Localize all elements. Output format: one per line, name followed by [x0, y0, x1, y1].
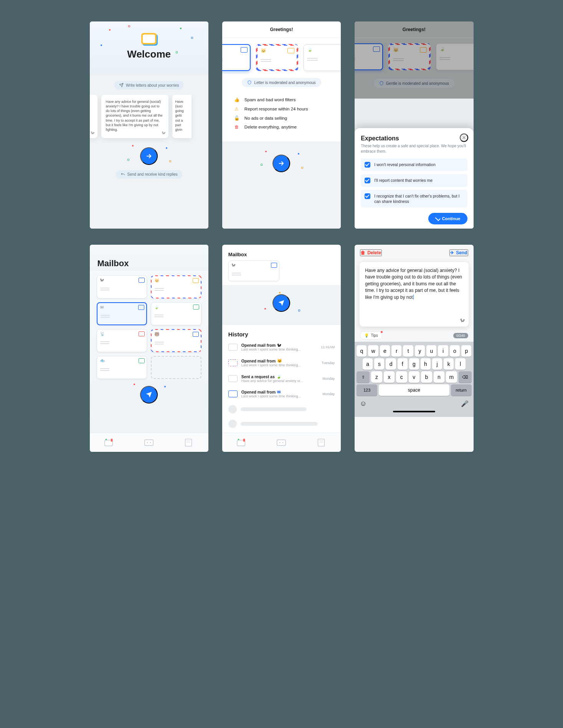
- mailbox-slot[interactable]: 🐿: [228, 260, 279, 281]
- key-o[interactable]: o: [450, 345, 460, 357]
- delete-button[interactable]: 🗑Delete: [360, 249, 382, 256]
- paper-plane-icon: [119, 83, 124, 87]
- compose-button[interactable]: [272, 294, 290, 312]
- thumbs-up-icon: 👍: [234, 97, 240, 102]
- mailbox-slot[interactable]: 🍃: [151, 302, 201, 325]
- screen-mailbox-history: Mailbox 🐿 History Opened mail from 🐿Last…: [222, 245, 341, 452]
- key-p[interactable]: p: [461, 345, 471, 357]
- key-x[interactable]: x: [384, 371, 395, 383]
- letter-card[interactable]: even s me it as🐿: [90, 95, 97, 138]
- checkbox-checked-icon[interactable]: [365, 162, 370, 168]
- svg-point-14: [282, 442, 283, 443]
- letter-card[interactable]: Have any advice for general (social) anx…: [101, 95, 168, 138]
- dictation-key[interactable]: 🎤: [461, 400, 469, 407]
- mailbox-slot-empty[interactable]: [151, 356, 201, 379]
- svg-rect-10: [243, 438, 245, 441]
- send-button[interactable]: ✈Send: [449, 249, 468, 256]
- svg-rect-15: [318, 439, 324, 446]
- shield-icon: [379, 81, 384, 86]
- key-v[interactable]: v: [409, 371, 419, 383]
- return-key[interactable]: return: [451, 384, 472, 396]
- numbers-key[interactable]: 123: [357, 384, 377, 396]
- header-title: Greetings!: [355, 27, 473, 32]
- tab-inbox[interactable]: [143, 438, 155, 448]
- tips-button[interactable]: 💡Tips: [360, 331, 382, 339]
- key-h[interactable]: h: [421, 358, 431, 370]
- history-item[interactable]: Opened mail from 🐱Last week I spent some…: [222, 355, 341, 371]
- key-z[interactable]: z: [371, 371, 382, 383]
- close-button[interactable]: ✕: [460, 133, 468, 142]
- history-item[interactable]: Opened mail from 🐿Last week I spent some…: [222, 340, 341, 355]
- screen-compose: 🗑Delete ✈Send Have any advice for genera…: [355, 245, 473, 452]
- shift-key[interactable]: ⇧: [357, 371, 370, 383]
- key-d[interactable]: d: [386, 358, 396, 370]
- compose-textarea[interactable]: Have any advice for general (social) anx…: [359, 262, 469, 327]
- space-key[interactable]: space: [379, 384, 449, 396]
- key-g[interactable]: g: [409, 358, 419, 370]
- mailbox-slot-selected[interactable]: ✉: [97, 302, 147, 325]
- svg-rect-3: [145, 440, 154, 445]
- mailbox-slot[interactable]: 🐻: [151, 329, 201, 352]
- timestamp: 11:41AM: [321, 345, 335, 349]
- compose-button[interactable]: [140, 386, 158, 404]
- envelope-option-blue[interactable]: ✉: [222, 44, 251, 71]
- mailbox-slot[interactable]: 🐿: [97, 275, 147, 298]
- tab-bar: [222, 433, 341, 452]
- key-a[interactable]: a: [363, 358, 373, 370]
- checkbox-checked-icon[interactable]: [365, 193, 370, 199]
- backspace-key[interactable]: ⌫: [459, 371, 472, 383]
- key-k[interactable]: k: [444, 358, 454, 370]
- page-title: Mailbox: [228, 252, 335, 257]
- next-button[interactable]: [272, 155, 290, 172]
- key-e[interactable]: e: [380, 345, 390, 357]
- key-w[interactable]: w: [368, 345, 378, 357]
- history-item[interactable]: Sent a request as 🍃Have any advice for g…: [222, 371, 341, 387]
- envelope-style-picker[interactable]: ✉ 🐱 🍃: [222, 38, 341, 74]
- history-item[interactable]: Opened mail from ✉Last week I spent some…: [222, 387, 341, 402]
- key-s[interactable]: s: [374, 358, 384, 370]
- envelope-icon: [228, 390, 238, 397]
- key-m[interactable]: m: [446, 371, 457, 383]
- feature-row: 🗑Delete everything, anytime: [234, 125, 329, 129]
- fish-icon: 🐟: [100, 358, 105, 363]
- key-f[interactable]: f: [398, 358, 408, 370]
- letter-preview-carousel[interactable]: even s me it as🐿 Have any advice for gen…: [90, 95, 208, 145]
- expectation-checkbox-row[interactable]: I won't reveal personal information: [361, 158, 467, 171]
- svg-point-13: [280, 442, 281, 443]
- expectation-checkbox-row[interactable]: I recognize that I can't fix other's pro…: [361, 190, 467, 208]
- envelope-option-airmail: 🐱: [388, 43, 431, 70]
- key-c[interactable]: c: [396, 371, 407, 383]
- lightbulb-icon: 💡: [364, 333, 369, 338]
- letter-card[interactable]: Have (soci going getti out a part givin: [172, 95, 192, 138]
- emoji-key[interactable]: ☺: [360, 400, 367, 408]
- mailbox-grid: 🐿 🐱 ✉ 🍃 📡 🐻 🐟: [90, 271, 208, 383]
- checkbox-checked-icon[interactable]: [365, 178, 370, 183]
- key-b[interactable]: b: [421, 371, 432, 383]
- expectation-checkbox-row[interactable]: I'll report content that worries me: [361, 174, 467, 187]
- tab-mailbox[interactable]: [236, 438, 248, 448]
- tab-inbox[interactable]: [276, 438, 287, 448]
- home-indicator: [393, 411, 435, 412]
- envelope-option-airmail[interactable]: 🐱: [256, 44, 298, 71]
- key-q[interactable]: q: [357, 345, 367, 357]
- tab-journal[interactable]: [315, 438, 327, 448]
- key-t[interactable]: t: [403, 345, 413, 357]
- next-button[interactable]: [140, 147, 158, 165]
- app-mascot-icon: [141, 33, 157, 44]
- continue-button[interactable]: Continue: [428, 213, 467, 224]
- key-i[interactable]: i: [438, 345, 448, 357]
- envelope-option-plain[interactable]: 🍃: [304, 44, 341, 71]
- key-y[interactable]: y: [415, 345, 425, 357]
- key-n[interactable]: n: [434, 371, 444, 383]
- key-j[interactable]: j: [432, 358, 442, 370]
- trash-icon: 🗑: [234, 125, 240, 129]
- mailbox-slot[interactable]: 🐱: [151, 275, 201, 298]
- tab-mailbox[interactable]: [104, 438, 115, 448]
- history-item-skeleton: [222, 402, 341, 417]
- key-u[interactable]: u: [426, 345, 436, 357]
- key-r[interactable]: r: [391, 345, 401, 357]
- tab-journal[interactable]: [183, 438, 194, 448]
- key-l[interactable]: l: [455, 358, 465, 370]
- mailbox-slot[interactable]: 📡: [97, 329, 147, 352]
- mailbox-slot[interactable]: 🐟: [97, 356, 147, 379]
